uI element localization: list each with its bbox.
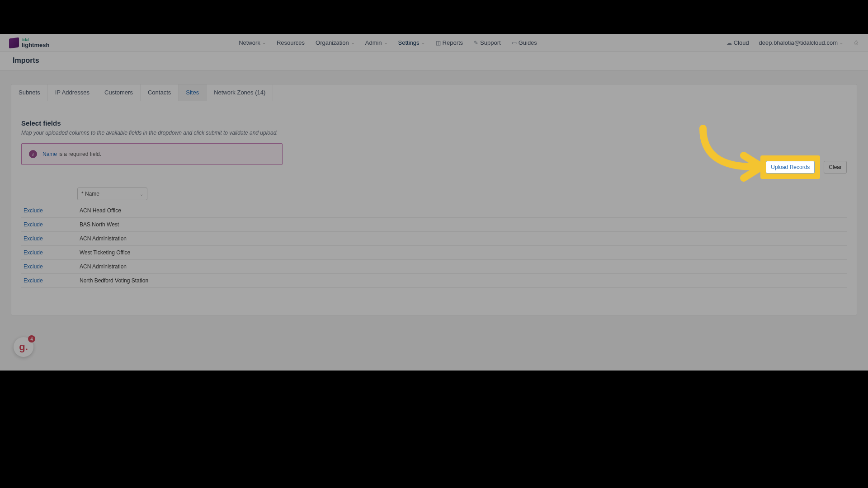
nav-organization-label: Organization — [316, 39, 349, 46]
chevron-down-icon: ⌄ — [384, 40, 387, 45]
help-widget[interactable]: g. 4 — [14, 337, 33, 357]
tab-ip-addresses[interactable]: IP Addresses — [48, 84, 97, 101]
nav-admin[interactable]: Admin ⌄ — [365, 39, 387, 46]
chevron-down-icon: ⌄ — [262, 40, 266, 45]
page-title: Imports — [0, 52, 868, 70]
row-value: ACN Administration — [80, 235, 127, 242]
row-value: North Bedford Voting Station — [80, 277, 148, 284]
nav-guides[interactable]: ▭ Guides — [512, 39, 537, 46]
nav-guides-label: Guides — [519, 39, 537, 46]
nav-admin-label: Admin — [365, 39, 382, 46]
exclude-link[interactable]: Exclude — [24, 277, 80, 284]
chevron-down-icon: ⌄ — [351, 40, 354, 45]
field-select-value: * Name — [81, 191, 99, 197]
table-row: Exclude ACN Administration — [21, 260, 847, 274]
logo-icon — [9, 37, 19, 48]
action-row: Upload Records Clear — [760, 155, 847, 179]
notice-rest: is a required field. — [57, 151, 101, 157]
chevron-down-icon: ⌄ — [840, 40, 843, 45]
nav-reports-label: Reports — [443, 39, 463, 46]
right-nav: ☁ Cloud deep.bhalotia@tidalcloud.com ⌄ ♤ — [726, 39, 859, 47]
nav-support-label: Support — [480, 39, 501, 46]
table-row: Exclude West Ticketing Office — [21, 246, 847, 260]
logo-lightmesh: lightmesh — [22, 42, 49, 48]
content: Subnets IP Addresses Customers Contacts … — [0, 70, 868, 315]
highlight-box: Upload Records — [760, 155, 820, 179]
exclude-link[interactable]: Exclude — [24, 221, 80, 228]
row-value: West Ticketing Office — [80, 249, 130, 256]
tab-subnets[interactable]: Subnets — [11, 84, 48, 101]
letterbox-top — [0, 0, 868, 34]
nav-settings[interactable]: Settings ⌄ — [398, 39, 425, 46]
table-row: Exclude ACN Administration — [21, 232, 847, 246]
notice-text: Name is a required field. — [42, 151, 101, 157]
chevron-down-icon: ⌄ — [421, 40, 425, 45]
logo[interactable]: tidal lightmesh — [9, 38, 49, 48]
required-field-notice: i Name is a required field. — [21, 143, 283, 165]
widget-logo: g. — [19, 341, 28, 353]
letterbox-bottom — [0, 371, 868, 488]
exclude-link[interactable]: Exclude — [24, 249, 80, 256]
nav-resources[interactable]: Resources — [277, 39, 305, 46]
tab-body: Select fields Map your uploaded columns … — [11, 101, 857, 315]
table-row: Exclude ACN Head Office — [21, 204, 847, 218]
main-nav: Network ⌄ Resources Organization ⌄ Admin… — [239, 39, 537, 46]
tabs: Subnets IP Addresses Customers Contacts … — [11, 84, 857, 101]
preview-table: Exclude ACN Head Office Exclude BAS Nort… — [21, 204, 847, 288]
upload-records-button[interactable]: Upload Records — [766, 161, 815, 174]
chart-icon: ◫ — [436, 40, 441, 46]
section-title: Select fields — [21, 119, 847, 127]
nav-cloud[interactable]: ☁ Cloud — [726, 39, 749, 46]
nav-cloud-label: Cloud — [734, 39, 749, 46]
nav-network[interactable]: Network ⌄ — [239, 39, 266, 46]
topbar: tidal lightmesh Network ⌄ Resources Orga… — [0, 34, 868, 52]
nav-support[interactable]: ✎ Support — [474, 39, 501, 46]
clear-button[interactable]: Clear — [824, 161, 847, 174]
nav-reports[interactable]: ◫ Reports — [436, 39, 463, 46]
tab-network-zones[interactable]: Network Zones (14) — [207, 84, 273, 101]
nav-user-label: deep.bhalotia@tidalcloud.com — [759, 39, 838, 46]
table-row: Exclude North Bedford Voting Station — [21, 274, 847, 288]
table-row: Exclude BAS North West — [21, 218, 847, 232]
exclude-link[interactable]: Exclude — [24, 235, 80, 242]
row-value: ACN Administration — [80, 263, 127, 270]
exclude-link[interactable]: Exclude — [24, 263, 80, 270]
row-value: ACN Head Office — [80, 207, 121, 214]
cloud-icon: ☁ — [726, 40, 732, 46]
row-value: BAS North West — [80, 221, 119, 228]
book-icon: ▭ — [512, 40, 517, 46]
nav-network-label: Network — [239, 39, 260, 46]
field-mapping-select[interactable]: * Name ⌄ — [77, 188, 147, 200]
tab-contacts[interactable]: Contacts — [141, 84, 179, 101]
wrench-icon: ✎ — [474, 40, 478, 46]
nav-settings-label: Settings — [398, 39, 420, 46]
exclude-link[interactable]: Exclude — [24, 207, 80, 214]
notice-bold: Name — [42, 151, 57, 157]
tabs-panel: Subnets IP Addresses Customers Contacts … — [11, 84, 857, 315]
info-icon: i — [29, 150, 37, 158]
logo-text: tidal lightmesh — [22, 38, 49, 48]
tab-sites[interactable]: Sites — [179, 84, 207, 101]
chevron-down-icon: ⌄ — [140, 192, 143, 197]
section-desc: Map your uploaded columns to the availab… — [21, 130, 847, 136]
nav-resources-label: Resources — [277, 39, 305, 46]
nav-organization[interactable]: Organization ⌄ — [316, 39, 354, 46]
tab-customers[interactable]: Customers — [97, 84, 141, 101]
app-window: tidal lightmesh Network ⌄ Resources Orga… — [0, 34, 868, 371]
nav-user[interactable]: deep.bhalotia@tidalcloud.com ⌄ — [759, 39, 843, 46]
bell-icon[interactable]: ♤ — [853, 39, 859, 47]
widget-badge: 4 — [28, 335, 35, 343]
